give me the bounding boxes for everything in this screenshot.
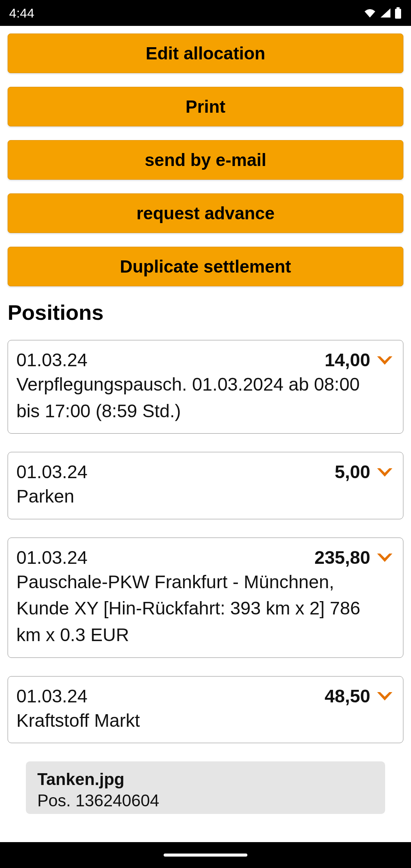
button-label: request advance [136, 203, 274, 223]
status-icons [363, 7, 402, 19]
svg-rect-0 [397, 7, 400, 9]
edit-allocation-button[interactable]: Edit allocation [8, 34, 403, 73]
position-description: Kraftstoff Markt [16, 707, 364, 734]
position-date: 01.03.24 [16, 461, 88, 482]
position-amount: 14,00 [325, 349, 370, 370]
position-card[interactable]: 01.03.24 14,00 Verpflegungspausch. 01.03… [8, 340, 403, 434]
button-label: Duplicate settlement [120, 256, 291, 277]
position-amount: 235,80 [314, 547, 370, 568]
position-description: Verpflegungspausch. 01.03.2024 ab 08:00 … [16, 371, 364, 424]
svg-rect-1 [395, 9, 401, 19]
position-amount: 5,00 [335, 461, 370, 482]
position-description: Pauschale-PKW Frankfurt - Münchnen, Kund… [16, 569, 364, 648]
chevron-down-icon[interactable] [375, 686, 395, 706]
position-card[interactable]: 01.03.24 5,00 Parken [8, 452, 403, 519]
duplicate-settlement-button[interactable]: Duplicate settlement [8, 247, 403, 286]
button-label: Print [186, 96, 226, 117]
attachment-card[interactable]: Tanken.jpg Pos. 136240604 [26, 761, 385, 814]
main-content: Edit allocation Print send by e-mail req… [0, 26, 411, 842]
chevron-down-icon[interactable] [375, 462, 395, 482]
send-email-button[interactable]: send by e-mail [8, 140, 403, 180]
position-card[interactable]: 01.03.24 48,50 Kraftstoff Markt [8, 676, 403, 744]
positions-heading: Positions [8, 300, 403, 325]
attachment-subline: Pos. 136240604 [37, 791, 374, 810]
wifi-icon [363, 8, 377, 18]
button-label: send by e-mail [145, 150, 266, 170]
position-date: 01.03.24 [16, 547, 88, 568]
button-label: Edit allocation [146, 43, 265, 64]
position-date: 01.03.24 [16, 349, 88, 370]
position-date: 01.03.24 [16, 686, 88, 707]
status-time: 4:44 [9, 6, 34, 21]
request-advance-button[interactable]: request advance [8, 193, 403, 233]
position-description: Parken [16, 483, 364, 510]
nav-bar [0, 842, 411, 868]
print-button[interactable]: Print [8, 87, 403, 126]
chevron-down-icon[interactable] [375, 547, 395, 567]
signal-icon [380, 8, 391, 18]
home-indicator[interactable] [164, 854, 247, 857]
battery-icon [394, 7, 402, 19]
attachment-filename: Tanken.jpg [37, 770, 374, 789]
status-bar: 4:44 [0, 0, 411, 26]
position-amount: 48,50 [325, 686, 370, 707]
chevron-down-icon[interactable] [375, 350, 395, 370]
position-card[interactable]: 01.03.24 235,80 Pauschale-PKW Frankfurt … [8, 538, 403, 658]
